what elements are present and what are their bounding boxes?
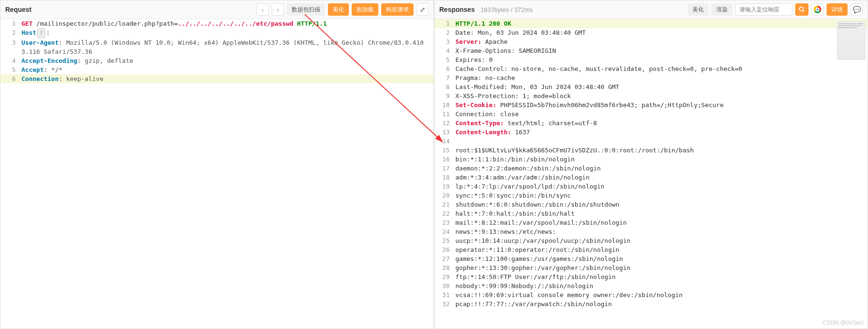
code-line[interactable]: 13Content-Length: 1637 [434, 128, 868, 137]
search-button[interactable] [795, 3, 809, 16]
code-line[interactable]: 2Host?: [0, 28, 434, 38]
line-number: 4 [434, 46, 455, 55]
chat-icon[interactable]: 💬 [850, 3, 863, 16]
line-number: 28 [434, 263, 455, 272]
response-code-area[interactable]: 1HTTP/1.1 200 OK2Date: Mon, 03 Jun 2024 … [434, 19, 868, 329]
line-number: 6 [0, 74, 21, 83]
line-content: X-Frame-Options: SAMEORIGIN [455, 46, 868, 55]
resp-beautify-button[interactable]: 美化 [688, 3, 709, 16]
code-line[interactable]: 22halt:*:7:0:halt:/sbin:/sbin/halt [434, 209, 868, 218]
code-line[interactable]: 14 [434, 137, 868, 146]
prev-button[interactable]: ‹ [256, 3, 269, 16]
code-line[interactable]: 30nobody:*:99:99:Nobody:/:/sbin/nologin [434, 281, 868, 290]
code-line[interactable]: 16bin:*:1:1:bin:/bin:/sbin/nologin [434, 155, 868, 164]
code-line[interactable]: 6Connection: keep-alive [0, 74, 434, 83]
code-line[interactable]: 3User-Agent: Mozilla/5.0 (Windows NT 10.… [0, 38, 434, 56]
line-number: 12 [434, 119, 455, 128]
line-content: Connection: close [455, 110, 868, 119]
line-number: 15 [434, 146, 455, 155]
main-container: Request ‹ › 数据包扫描 美化 热加载 构造请求 ⤢ 1GET /ma… [0, 0, 868, 329]
code-line[interactable]: 10Set-Cookie: PHPSESSID=5b7hoimvh06hm2vd… [434, 100, 868, 110]
response-search-input[interactable] [735, 3, 792, 16]
line-content: ftp:*:14:50:FTP User:/var/ftp:/sbin/nolo… [455, 272, 868, 281]
line-number: 10 [434, 100, 455, 110]
line-number: 25 [434, 236, 455, 245]
line-content: Host?: [21, 28, 434, 38]
request-title: Request [5, 6, 31, 13]
construct-request-button[interactable]: 构造请求 [381, 3, 414, 16]
line-content: Server: Apache [455, 37, 868, 46]
line-number: 1 [0, 19, 21, 28]
next-button[interactable]: › [272, 3, 284, 16]
line-content: Content-Type: text/html; charset=utf-8 [455, 119, 868, 128]
code-line[interactable]: 8Last-Modified: Mon, 03 Jun 2024 03:48:4… [434, 82, 868, 91]
line-number: 3 [0, 38, 21, 56]
code-line[interactable]: 24news:*:9:13:news:/etc/news: [434, 227, 868, 236]
code-line[interactable]: 27games:*:12:100:games:/usr/games:/sbin/… [434, 254, 868, 263]
line-content: root:$1$UKLtvLuY$kka6S665oCFmU7ivSDZzU.:… [455, 146, 868, 155]
code-line[interactable]: 28gopher:*:13:30:gopher:/var/gopher:/sbi… [434, 263, 868, 272]
code-line[interactable]: 7Pragma: no-cache [434, 73, 868, 82]
line-content: User-Agent: Mozilla/5.0 (Windows NT 10.0… [21, 38, 434, 56]
code-line[interactable]: 5Expires: 0 [434, 55, 868, 64]
line-content: gopher:*:13:30:gopher:/var/gopher:/sbin/… [455, 263, 868, 272]
code-line[interactable]: 26operator:*:11:0:operator:/root:/sbin/n… [434, 245, 868, 254]
line-number: 11 [434, 110, 455, 119]
code-line[interactable]: 1HTTP/1.1 200 OK [434, 19, 868, 28]
line-content: Content-Length: 1637 [455, 128, 868, 137]
line-number: 6 [434, 64, 455, 73]
code-line[interactable]: 1GET /mailinspector/public/loader.php?pa… [0, 19, 434, 28]
line-number: 2 [0, 28, 21, 38]
code-line[interactable]: 18adm:*:3:4:adm:/var/adm:/sbin/nologin [434, 173, 868, 182]
scan-button[interactable]: 数据包扫描 [287, 3, 325, 16]
resp-render-button[interactable]: 渲染 [711, 3, 732, 16]
line-content: Pragma: no-cache [455, 73, 868, 82]
code-line[interactable]: 32pcap:!!:77:77::/var/arpwatch:/sbin/nol… [434, 299, 868, 309]
code-line[interactable]: 19lp:*:4:7:lp:/var/spool/lpd:/sbin/nolog… [434, 182, 868, 191]
code-line[interactable]: 23mail:*:8:12:mail:/var/spool/mail:/sbin… [434, 218, 868, 227]
code-line[interactable]: 31vcsa:!!:69:69:virtual console memory o… [434, 290, 868, 299]
response-title: Responses [439, 6, 475, 13]
line-content: HTTP/1.1 200 OK [455, 19, 868, 28]
line-content: shutdown:*:6:0:shutdown:/sbin:/sbin/shut… [455, 200, 868, 209]
code-line[interactable]: 20sync:*:5:0:sync:/sbin:/bin/sync [434, 191, 868, 200]
code-line[interactable]: 5Accept: */* [0, 65, 434, 74]
expand-icon[interactable]: ⤢ [416, 3, 429, 16]
response-panel: Responses 1637bytes / 372ms 美化 渲染 详情 💬 1… [434, 0, 868, 329]
response-meta: 1637bytes / 372ms [481, 6, 533, 13]
code-line[interactable]: 21shutdown:*:6:0:shutdown:/sbin:/sbin/sh… [434, 200, 868, 209]
line-number: 20 [434, 191, 455, 200]
code-line[interactable]: 17daemon:*:2:2:daemon:/sbin:/sbin/nologi… [434, 164, 868, 173]
line-content: Set-Cookie: PHPSESSID=5b7hoimvh06hm2vd85… [455, 100, 868, 110]
line-number: 5 [0, 65, 21, 74]
code-line[interactable]: 4Accept-Encoding: gzip, deflate [0, 56, 434, 65]
line-content: Expires: 0 [455, 55, 868, 64]
code-line[interactable]: 6Cache-Control: no-store, no-cache, must… [434, 64, 868, 73]
line-content: Connection: keep-alive [21, 74, 434, 83]
minimap[interactable]: root daemon bin adm lp sync shutdown hal… [837, 21, 866, 60]
request-code-area[interactable]: 1GET /mailinspector/public/loader.php?pa… [0, 19, 434, 329]
hotload-button[interactable]: 热加载 [352, 3, 378, 16]
detail-button[interactable]: 详情 [827, 3, 848, 16]
code-line[interactable]: 15root:$1$UKLtvLuY$kka6S665oCFmU7ivSDZzU… [434, 146, 868, 155]
line-number: 9 [434, 91, 455, 100]
code-line[interactable]: 2Date: Mon, 03 Jun 2024 03:48:40 GMT [434, 28, 868, 37]
line-number: 4 [0, 56, 21, 65]
line-number: 27 [434, 254, 455, 263]
chrome-icon[interactable] [811, 3, 824, 16]
line-number: 13 [434, 128, 455, 137]
line-content: vcsa:!!:69:69:virtual console memory own… [455, 290, 868, 299]
svg-line-1 [803, 10, 804, 12]
code-line[interactable]: 4X-Frame-Options: SAMEORIGIN [434, 46, 868, 55]
code-line[interactable]: 9X-XSS-Protection: 1; mode=block [434, 91, 868, 100]
code-line[interactable]: 29ftp:*:14:50:FTP User:/var/ftp:/sbin/no… [434, 272, 868, 281]
code-line[interactable]: 25uucp:*:10:14:uucp:/var/spool/uucp:/sbi… [434, 236, 868, 245]
beautify-button[interactable]: 美化 [328, 3, 349, 16]
line-content: uucp:*:10:14:uucp:/var/spool/uucp:/sbin/… [455, 236, 868, 245]
code-line[interactable]: 3Server: Apache [434, 37, 868, 46]
line-number: 5 [434, 55, 455, 64]
line-content: Date: Mon, 03 Jun 2024 03:48:40 GMT [455, 28, 868, 37]
code-line[interactable]: 11Connection: close [434, 110, 868, 119]
code-line[interactable]: 12Content-Type: text/html; charset=utf-8 [434, 119, 868, 128]
line-content: pcap:!!:77:77::/var/arpwatch:/sbin/nolog… [455, 299, 868, 309]
